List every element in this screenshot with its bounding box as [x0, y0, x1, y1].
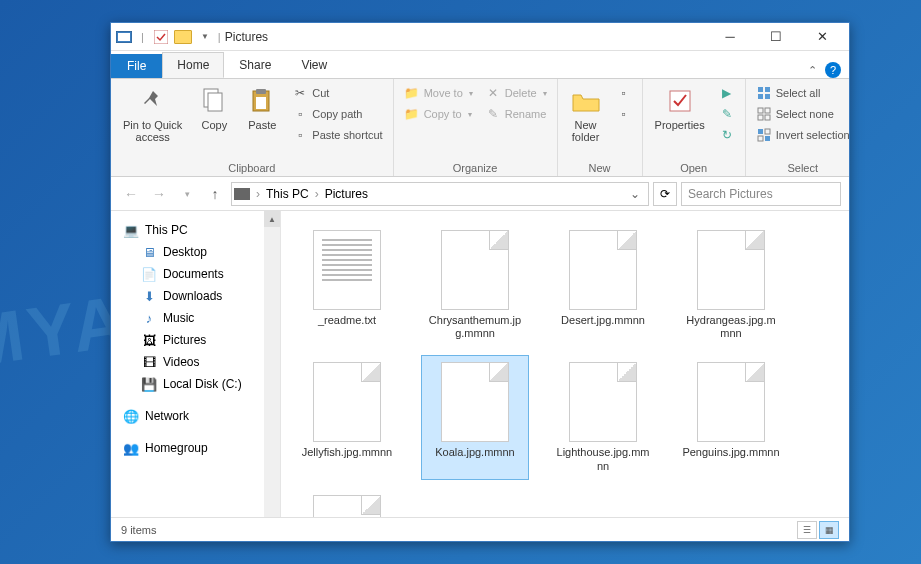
nav-scrollbar[interactable]: ▲	[264, 211, 280, 517]
move-to-icon: 📁	[404, 85, 420, 101]
pin-to-quick-access-button[interactable]: Pin to Quick access	[117, 83, 188, 145]
properties-button[interactable]: Properties	[649, 83, 711, 133]
tree-music[interactable]: ♪Music	[137, 307, 280, 329]
back-button[interactable]: ←	[119, 182, 143, 206]
copy-to-button[interactable]: 📁Copy to▾	[400, 104, 477, 124]
tree-documents[interactable]: 📄Documents	[137, 263, 280, 285]
tree-downloads[interactable]: ⬇Downloads	[137, 285, 280, 307]
address-bar[interactable]: › This PC › Pictures ⌄	[231, 182, 649, 206]
pictures-icon: 🖼	[141, 332, 157, 348]
minimize-button[interactable]: ─	[707, 23, 753, 51]
large-icons-view-button[interactable]: ▦	[819, 521, 839, 539]
edit-icon: ✎	[719, 106, 735, 122]
tree-desktop[interactable]: 🖥Desktop	[137, 241, 280, 263]
address-chevron-icon[interactable]: ›	[254, 187, 262, 201]
easy-access-button[interactable]: ▫	[612, 104, 636, 124]
tree-local-disk[interactable]: 💾Local Disk (C:)	[137, 373, 280, 395]
explorer-app-icon	[115, 28, 133, 46]
downloads-icon: ⬇	[141, 288, 157, 304]
up-button[interactable]: ↑	[203, 182, 227, 206]
qat-dropdown-icon[interactable]: ▼	[196, 28, 214, 46]
file-item[interactable]: Penguins.jpg.mmnn	[677, 355, 785, 479]
edit-button[interactable]: ✎	[715, 104, 739, 124]
paste-button[interactable]: Paste	[240, 83, 284, 133]
copy-button[interactable]: Copy	[192, 83, 236, 133]
svg-rect-7	[256, 97, 266, 109]
address-segment-pictures[interactable]: Pictures	[321, 185, 372, 203]
tree-network[interactable]: 🌐Network	[119, 405, 280, 427]
disk-icon: 💾	[141, 376, 157, 392]
file-item[interactable]: Jellyfish.jpg.mmnn	[293, 355, 401, 479]
file-item[interactable]: Hydrangeas.jpg.mmnn	[677, 223, 785, 347]
paste-shortcut-button[interactable]: ▫Paste shortcut	[288, 125, 386, 145]
forward-button[interactable]: →	[147, 182, 171, 206]
unknown-file-icon	[569, 230, 637, 310]
tree-homegroup[interactable]: 👥Homegroup	[119, 437, 280, 459]
select-group-label: Select	[752, 160, 854, 174]
svg-rect-4	[208, 93, 222, 111]
new-folder-qat-icon[interactable]	[174, 30, 192, 44]
properties-icon	[664, 85, 696, 117]
file-item[interactable]: Lighthouse.jpg.mmnn	[549, 355, 657, 479]
close-button[interactable]: ✕	[799, 23, 845, 51]
scroll-up-icon[interactable]: ▲	[264, 211, 280, 227]
explorer-window: | ▼ | Pictures ─ ☐ ✕ File Home Share Vie…	[110, 22, 850, 542]
recent-locations-button[interactable]: ▾	[175, 182, 199, 206]
cut-button[interactable]: ✂Cut	[288, 83, 386, 103]
file-item[interactable]: _readme.txt	[293, 223, 401, 347]
delete-icon: ✕	[485, 85, 501, 101]
maximize-button[interactable]: ☐	[753, 23, 799, 51]
file-tab[interactable]: File	[111, 54, 162, 78]
file-item[interactable]: Koala.jpg.mmnn	[421, 355, 529, 479]
body-area: 💻This PC 🖥Desktop 📄Documents ⬇Downloads …	[111, 211, 849, 517]
file-name-label: Hydrangeas.jpg.mmnn	[682, 314, 780, 340]
details-view-button[interactable]: ☰	[797, 521, 817, 539]
refresh-button[interactable]: ⟳	[653, 182, 677, 206]
copy-path-button[interactable]: ▫Copy path	[288, 104, 386, 124]
tree-this-pc[interactable]: 💻This PC	[119, 219, 280, 241]
videos-icon: 🎞	[141, 354, 157, 370]
qat-separator: |	[141, 31, 144, 43]
properties-qat-icon[interactable]	[152, 28, 170, 46]
copy-to-icon: 📁	[404, 106, 420, 122]
collapse-ribbon-icon[interactable]: ⌃	[808, 64, 817, 77]
address-segment-this-pc[interactable]: This PC	[262, 185, 313, 203]
tree-pictures[interactable]: 🖼Pictures	[137, 329, 280, 351]
paste-shortcut-icon: ▫	[292, 127, 308, 143]
select-none-button[interactable]: Select none	[752, 104, 854, 124]
search-input[interactable]: Search Pictures	[681, 182, 841, 206]
invert-selection-button[interactable]: Invert selection	[752, 125, 854, 145]
file-item[interactable]: Tulips.jpg.mmnn	[293, 488, 401, 517]
new-group: New folder ▫ ▫ New	[558, 79, 643, 176]
delete-button[interactable]: ✕Delete▾	[481, 83, 551, 103]
clipboard-group-label: Clipboard	[117, 160, 387, 174]
help-icon[interactable]: ?	[825, 62, 841, 78]
select-all-button[interactable]: Select all	[752, 83, 854, 103]
svg-rect-20	[765, 136, 770, 141]
tree-videos[interactable]: 🎞Videos	[137, 351, 280, 373]
svg-rect-15	[758, 115, 763, 120]
new-folder-button[interactable]: New folder	[564, 83, 608, 145]
unknown-file-icon	[441, 230, 509, 310]
unknown-file-icon	[313, 362, 381, 442]
address-chevron-icon[interactable]: ›	[313, 187, 321, 201]
pin-icon	[137, 85, 169, 117]
file-item[interactable]: Chrysanthemum.jpg.mmnn	[421, 223, 529, 347]
file-name-label: Lighthouse.jpg.mmnn	[554, 446, 652, 472]
home-tab[interactable]: Home	[162, 52, 224, 78]
svg-rect-2	[154, 30, 168, 44]
view-tab[interactable]: View	[286, 52, 342, 78]
rename-button[interactable]: ✎Rename	[481, 104, 551, 124]
move-to-button[interactable]: 📁Move to▾	[400, 83, 477, 103]
address-dropdown-icon[interactable]: ⌄	[624, 187, 646, 201]
file-item[interactable]: Desert.jpg.mmnn	[549, 223, 657, 347]
network-icon: 🌐	[123, 408, 139, 424]
share-tab[interactable]: Share	[224, 52, 286, 78]
history-button[interactable]: ↻	[715, 125, 739, 145]
open-submenu-button[interactable]: ▶	[715, 83, 739, 103]
svg-rect-12	[765, 94, 770, 99]
new-item-button[interactable]: ▫	[612, 83, 636, 103]
content-pane[interactable]: _readme.txtChrysanthemum.jpg.mmnnDesert.…	[281, 211, 849, 517]
documents-icon: 📄	[141, 266, 157, 282]
open-group: Properties ▶ ✎ ↻ Open	[643, 79, 746, 176]
